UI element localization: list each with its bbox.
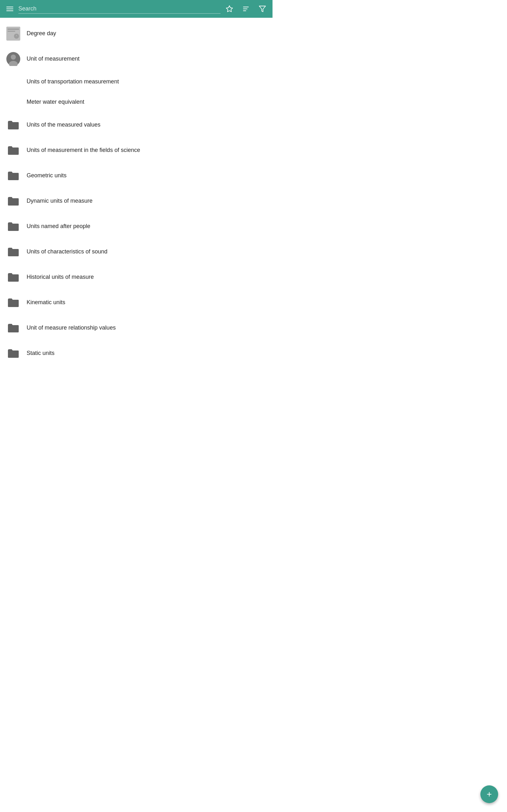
filter-icon [259,5,266,13]
filter-button[interactable] [257,4,268,14]
list-item[interactable]: Kinematic units [0,290,273,315]
folder-svg-icon [7,120,19,130]
toolbar-actions [224,4,268,14]
folder-icon [6,245,20,259]
folder-svg-icon [7,323,19,333]
list-item[interactable]: Units of characteristics of sound [0,239,273,264]
list-item-label: Units of the measured values [26,121,101,129]
svg-point-14 [11,55,16,60]
folder-icon [6,346,20,360]
list-item-label: Meter water equivalent [26,98,84,106]
list-item-label: Units named after people [26,223,90,230]
svg-rect-8 [8,33,19,33]
svg-rect-6 [8,29,19,30]
list-item[interactable]: ° Degree day [0,21,273,46]
folder-svg-icon [7,298,19,307]
folder-icon [6,270,20,284]
degree-day-image: ° [6,27,20,41]
list-item-label: Degree day [26,30,56,37]
unit-of-measurement-avatar [6,52,20,66]
folder-icon [6,143,20,157]
folder-icon [6,194,20,208]
search-wrapper [18,4,221,14]
list-item[interactable]: Units of measurement in the fields of sc… [0,138,273,163]
folder-svg-icon [7,196,19,206]
folder-icon [6,321,20,335]
list-item-label: Kinematic units [26,299,65,306]
sort-button[interactable] [241,4,251,14]
svg-rect-7 [8,31,15,32]
folder-svg-icon [7,222,19,231]
list-item-label: Static units [26,350,55,357]
list-item[interactable]: Static units [0,341,273,366]
list-item-label: Units of transportation measurement [26,78,119,85]
unit-avatar-image [6,52,20,66]
svg-marker-0 [226,6,233,12]
star-outline-icon [226,5,233,13]
folder-icon [6,296,20,310]
folder-svg-icon [7,247,19,257]
list-item-label: Dynamic units of measure [26,197,93,205]
list-item[interactable]: Units named after people [0,214,273,239]
star-button[interactable] [224,4,234,14]
list-item[interactable]: Dynamic units of measure [0,189,273,214]
sort-icon [242,5,250,13]
list-item[interactable]: Geometric units [0,163,273,189]
list-item-label: Unit of measure relationship values [26,324,116,332]
folder-svg-icon [7,272,19,282]
list-item-label: Units of measurement in the fields of sc… [26,147,140,154]
list-item[interactable]: Units of the measured values [0,112,273,138]
svg-rect-10 [8,36,14,37]
list-item[interactable]: Unit of measure relationship values [0,315,273,341]
list-item-label: Historical units of measure [26,273,94,281]
degree-day-thumbnail: ° [6,27,20,41]
folder-icon [6,118,20,132]
folder-svg-icon [7,349,19,358]
svg-text:°: ° [16,35,17,38]
list-item[interactable]: Meter water equivalent [0,92,273,112]
list-item-label: Geometric units [26,172,66,179]
list-item[interactable]: Unit of measurement [0,46,273,72]
folder-icon [6,219,20,234]
list-item[interactable]: Units of transportation measurement [0,72,273,92]
list-item[interactable]: Historical units of measure [0,264,273,290]
menu-icon[interactable] [5,5,14,12]
folder-svg-icon [7,171,19,181]
folder-svg-icon [7,146,19,155]
list-container: ° Degree day Unit of measurement Units o… [0,18,273,369]
toolbar [0,0,273,18]
list-item-label: Unit of measurement [26,55,79,62]
list-item-label: Units of characteristics of sound [26,248,107,255]
search-input[interactable] [18,4,221,13]
svg-marker-4 [259,6,266,12]
folder-icon [6,169,20,183]
